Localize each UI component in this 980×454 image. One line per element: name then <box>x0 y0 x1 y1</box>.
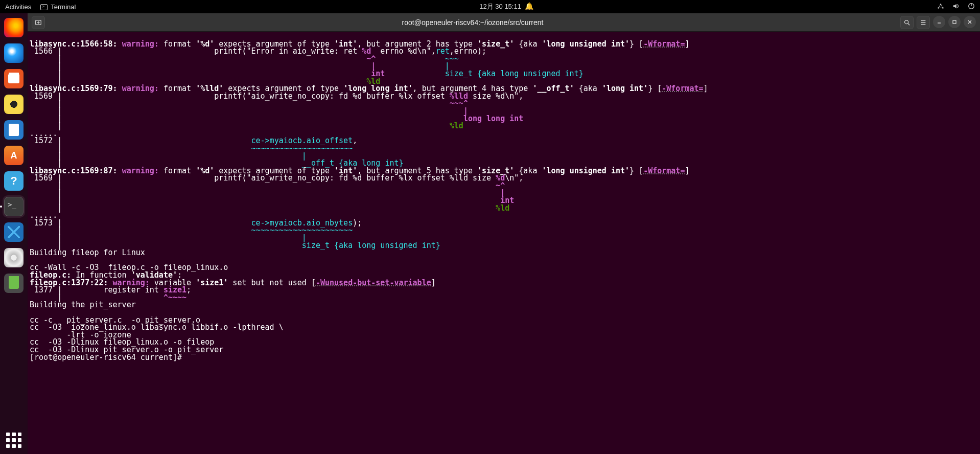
dock-libreoffice[interactable] <box>3 119 25 141</box>
vscode-icon <box>4 222 24 242</box>
notification-bell-icon[interactable]: 🔔 <box>525 2 533 10</box>
help-icon <box>4 171 24 191</box>
dock-software[interactable] <box>3 144 25 167</box>
minimize-button[interactable] <box>933 16 945 28</box>
terminal-output[interactable]: libasync.c:1566:58: warning: format '%d'… <box>28 32 980 454</box>
dock-disk[interactable] <box>3 246 25 269</box>
ubuntu-software-icon <box>4 146 24 165</box>
dock-help[interactable] <box>3 170 25 192</box>
close-button[interactable] <box>964 16 976 28</box>
disk-icon <box>4 248 24 267</box>
rhythmbox-icon <box>4 95 24 114</box>
active-app-menu[interactable]: Terminal <box>40 3 76 11</box>
show-applications-button[interactable] <box>4 430 24 450</box>
svg-rect-14 <box>953 20 956 24</box>
ubuntu-dock <box>0 13 28 454</box>
svg-line-9 <box>908 23 910 25</box>
firefox-icon <box>4 18 24 37</box>
clock[interactable]: 12月 30 15:11 <box>479 3 521 10</box>
dock-trash[interactable] <box>3 272 25 294</box>
maximize-button[interactable] <box>948 16 961 28</box>
volume-icon[interactable] <box>952 3 960 11</box>
terminal-icon <box>40 4 48 10</box>
svg-point-8 <box>905 20 908 24</box>
window-titlebar: root@openeuler-riscv64:~/iozone/src/curr… <box>28 13 980 32</box>
window-title: root@openeuler-riscv64:~/iozone/src/curr… <box>45 18 900 27</box>
dock-rhythmbox[interactable] <box>3 93 25 116</box>
libreoffice-writer-icon <box>4 120 24 140</box>
dock-terminal[interactable] <box>3 195 25 218</box>
gnome-top-bar: Activities Terminal 12月 30 15:11 🔔 <box>0 0 980 13</box>
new-tab-button[interactable] <box>32 16 45 29</box>
dock-firefox[interactable] <box>3 16 25 39</box>
trash-icon <box>4 274 24 293</box>
network-icon[interactable] <box>937 3 944 11</box>
dock-thunderbird[interactable] <box>3 42 25 64</box>
activities-button[interactable]: Activities <box>5 3 31 11</box>
dock-vscode[interactable] <box>3 221 25 243</box>
terminal-window: root@openeuler-riscv64:~/iozone/src/curr… <box>28 13 980 454</box>
thunderbird-icon <box>4 43 24 63</box>
terminal-icon <box>4 197 24 216</box>
search-button[interactable] <box>900 16 914 29</box>
power-icon[interactable] <box>968 3 975 11</box>
shell-prompt[interactable]: [root@openeuler-riscv64 current]# <box>30 353 182 362</box>
dock-files[interactable] <box>3 67 25 90</box>
hamburger-menu-button[interactable] <box>917 16 930 29</box>
files-icon <box>4 69 24 88</box>
